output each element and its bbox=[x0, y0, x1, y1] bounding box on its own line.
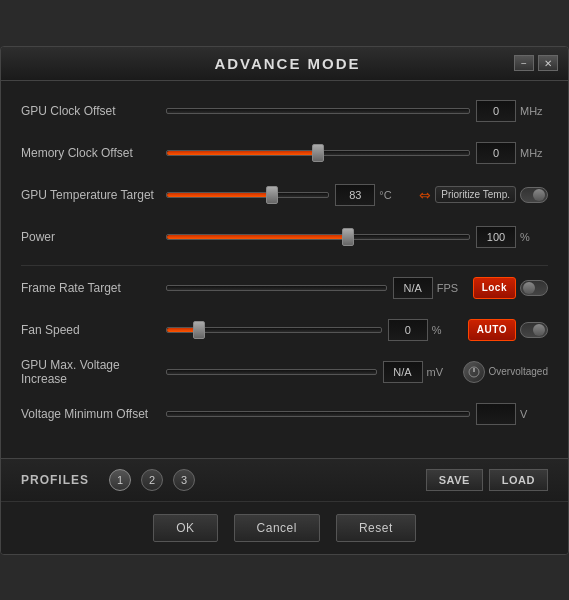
save-button[interactable]: SAVE bbox=[426, 469, 483, 491]
row-power: Power 100 % bbox=[21, 223, 548, 251]
prioritize-temp-area: ⇔ Prioritize Temp. bbox=[415, 186, 548, 203]
lock-toggle[interactable] bbox=[520, 280, 548, 296]
label-gpu-clock-offset: GPU Clock Offset bbox=[21, 104, 166, 118]
unit-memory-clock-offset: MHz bbox=[520, 147, 548, 159]
value-power[interactable]: 100 bbox=[476, 226, 516, 248]
minimize-button[interactable]: − bbox=[514, 55, 534, 71]
slider-memory-clock-offset[interactable] bbox=[166, 143, 470, 163]
value-gpu-clock-offset[interactable]: 0 bbox=[476, 100, 516, 122]
cancel-button[interactable]: Cancel bbox=[234, 514, 320, 542]
profiles-label: PROFILES bbox=[21, 473, 89, 487]
settings-content: GPU Clock Offset 0 MHz Memory Clock Offs… bbox=[1, 81, 568, 458]
prioritize-temp-label: Prioritize Temp. bbox=[435, 186, 516, 203]
slider-voltage-minimum-offset[interactable] bbox=[166, 404, 470, 424]
auto-area: AUTO bbox=[468, 319, 548, 341]
row-voltage-minimum-offset: Voltage Minimum Offset V bbox=[21, 400, 548, 428]
row-gpu-max-voltage: GPU Max. Voltage Increase N/A mV Overvol… bbox=[21, 358, 548, 386]
titlebar-buttons: − ✕ bbox=[514, 55, 558, 71]
label-gpu-max-voltage: GPU Max. Voltage Increase bbox=[21, 358, 166, 386]
unit-frame-rate-target: FPS bbox=[437, 282, 465, 294]
row-gpu-clock-offset: GPU Clock Offset 0 MHz bbox=[21, 97, 548, 125]
slider-frame-rate-target[interactable] bbox=[166, 278, 387, 298]
auto-button[interactable]: AUTO bbox=[468, 319, 516, 341]
link-icon: ⇔ bbox=[419, 187, 431, 203]
value-voltage-minimum-offset[interactable] bbox=[476, 403, 516, 425]
profiles-bar: PROFILES 1 2 3 SAVE LOAD bbox=[1, 458, 568, 501]
reset-button[interactable]: Reset bbox=[336, 514, 416, 542]
slider-gpu-temperature-target[interactable] bbox=[166, 185, 329, 205]
unit-gpu-max-voltage: mV bbox=[427, 366, 455, 378]
toggle-knob-prioritize bbox=[533, 189, 545, 201]
profile-1-button[interactable]: 1 bbox=[109, 469, 131, 491]
divider-1 bbox=[21, 265, 548, 266]
row-gpu-temperature-target: GPU Temperature Target 83 °C ⇔ Prioritiz… bbox=[21, 181, 548, 209]
label-fan-speed: Fan Speed bbox=[21, 323, 166, 337]
slider-fan-speed[interactable] bbox=[166, 320, 382, 340]
slider-power[interactable] bbox=[166, 227, 470, 247]
ok-button[interactable]: OK bbox=[153, 514, 217, 542]
close-button[interactable]: ✕ bbox=[538, 55, 558, 71]
profile-3-button[interactable]: 3 bbox=[173, 469, 195, 491]
toggle-knob-lock bbox=[523, 282, 535, 294]
toggle-knob-auto bbox=[533, 324, 545, 336]
label-gpu-temperature-target: GPU Temperature Target bbox=[21, 188, 166, 202]
prioritize-temp-toggle[interactable] bbox=[520, 187, 548, 203]
dial-icon bbox=[463, 361, 485, 383]
label-power: Power bbox=[21, 230, 166, 244]
label-voltage-minimum-offset: Voltage Minimum Offset bbox=[21, 407, 166, 421]
profile-2-button[interactable]: 2 bbox=[141, 469, 163, 491]
auto-toggle[interactable] bbox=[520, 322, 548, 338]
row-fan-speed: Fan Speed 0 % AUTO bbox=[21, 316, 548, 344]
load-button[interactable]: LOAD bbox=[489, 469, 548, 491]
lock-button[interactable]: Lock bbox=[473, 277, 516, 299]
profiles-actions: SAVE LOAD bbox=[426, 469, 548, 491]
lock-area: Lock bbox=[473, 277, 548, 299]
label-memory-clock-offset: Memory Clock Offset bbox=[21, 146, 166, 160]
value-gpu-max-voltage[interactable]: N/A bbox=[383, 361, 423, 383]
titlebar: ADVANCE MODE − ✕ bbox=[1, 47, 568, 81]
value-frame-rate-target[interactable]: N/A bbox=[393, 277, 433, 299]
value-memory-clock-offset[interactable]: 0 bbox=[476, 142, 516, 164]
row-frame-rate-target: Frame Rate Target N/A FPS Lock bbox=[21, 274, 548, 302]
unit-gpu-clock-offset: MHz bbox=[520, 105, 548, 117]
unit-fan-speed: % bbox=[432, 324, 460, 336]
overvoltaged-area: Overvoltaged bbox=[459, 361, 548, 383]
label-frame-rate-target: Frame Rate Target bbox=[21, 281, 166, 295]
overvoltaged-label: Overvoltaged bbox=[489, 366, 548, 377]
value-fan-speed[interactable]: 0 bbox=[388, 319, 428, 341]
value-gpu-temperature-target[interactable]: 83 bbox=[335, 184, 375, 206]
main-window: ADVANCE MODE − ✕ GPU Clock Offset 0 MHz … bbox=[0, 46, 569, 555]
bottom-bar: OK Cancel Reset bbox=[1, 501, 568, 554]
slider-gpu-max-voltage[interactable] bbox=[166, 362, 377, 382]
slider-gpu-clock-offset[interactable] bbox=[166, 101, 470, 121]
unit-voltage-minimum-offset: V bbox=[520, 408, 548, 420]
unit-gpu-temperature-target: °C bbox=[379, 189, 407, 201]
window-title: ADVANCE MODE bbox=[61, 55, 514, 72]
unit-power: % bbox=[520, 231, 548, 243]
row-memory-clock-offset: Memory Clock Offset 0 MHz bbox=[21, 139, 548, 167]
